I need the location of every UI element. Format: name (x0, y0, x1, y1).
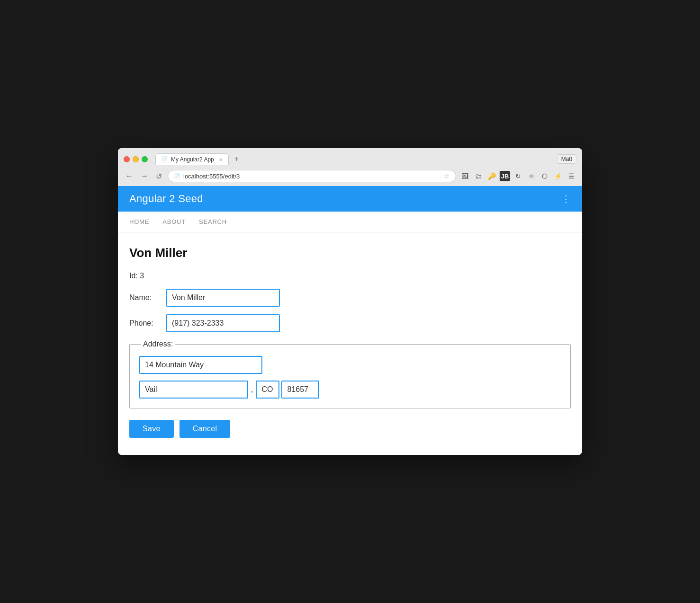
browser-tabs: 📄 My Angular2 App ✕ + (155, 153, 553, 165)
ext-icon-3[interactable]: 🔑 (486, 171, 497, 181)
tab-favicon-icon: 📄 (162, 156, 168, 163)
id-row: Id: 3 (129, 272, 571, 280)
address-bar[interactable]: 📄 localhost:5555/edit/3 ☆ (168, 170, 456, 182)
state-input[interactable] (256, 381, 279, 399)
forward-button[interactable]: → (139, 171, 150, 181)
browser-menu-icon[interactable]: ☰ (566, 171, 576, 181)
app-menu-button[interactable]: ⋮ (561, 193, 571, 204)
phone-input[interactable] (166, 314, 280, 332)
ext-icon-6[interactable]: ⚛ (526, 171, 537, 181)
refresh-button[interactable]: ↺ (154, 171, 164, 182)
browser-extension-icons: 🖼 🗂 🔑 JB ↻ ⚛ ⬡ ⚡ ☰ (460, 171, 576, 181)
name-label: Name: (129, 293, 162, 302)
ext-icon-4[interactable]: JB (500, 171, 510, 181)
address-fieldset: Address: , (129, 340, 571, 408)
browser-window: 📄 My Angular2 App ✕ + Matt ← → ↺ 📄 local… (118, 148, 582, 455)
city-state-zip-row: , (139, 381, 561, 399)
phone-field-row: Phone: (129, 314, 571, 332)
bookmark-icon[interactable]: ☆ (444, 172, 450, 180)
browser-toolbar: ← → ↺ 📄 localhost:5555/edit/3 ☆ 🖼 🗂 🔑 JB… (118, 168, 582, 186)
nav-search[interactable]: SEARCH (199, 218, 227, 225)
maximize-button[interactable] (142, 156, 148, 162)
save-button[interactable]: Save (129, 420, 174, 438)
name-field-row: Name: (129, 289, 571, 307)
app-nav: HOME ABOUT SEARCH (118, 212, 582, 232)
app-content: Von Miller Id: 3 Name: Phone: Address: ,… (118, 232, 582, 455)
url-text: localhost:5555/edit/3 (183, 173, 240, 180)
browser-user-button[interactable]: Matt (557, 154, 576, 164)
ext-icon-5[interactable]: ↻ (513, 171, 523, 181)
comma-separator: , (251, 385, 253, 394)
zip-input[interactable] (281, 381, 319, 399)
city-input[interactable] (139, 381, 248, 399)
close-button[interactable] (124, 156, 130, 162)
street-input[interactable] (139, 356, 262, 374)
traffic-lights (124, 156, 148, 162)
ext-icon-7[interactable]: ⬡ (539, 171, 550, 181)
person-title: Von Miller (129, 246, 571, 260)
nav-about[interactable]: ABOUT (162, 218, 186, 225)
phone-label: Phone: (129, 319, 162, 328)
browser-chrome: 📄 My Angular2 App ✕ + Matt ← → ↺ 📄 local… (118, 148, 582, 186)
page-icon: 📄 (174, 173, 180, 179)
new-tab-button[interactable]: + (231, 153, 242, 165)
minimize-button[interactable] (133, 156, 139, 162)
app-header: Angular 2 Seed ⋮ (118, 186, 582, 212)
ext-icon-1[interactable]: 🖼 (460, 171, 470, 181)
name-input[interactable] (166, 289, 280, 307)
app-title: Angular 2 Seed (129, 193, 203, 205)
ext-icon-8[interactable]: ⚡ (553, 171, 563, 181)
tab-label: My Angular2 App (171, 156, 214, 163)
street-field-row (139, 356, 561, 374)
action-buttons: Save Cancel (129, 420, 571, 438)
ext-icon-2[interactable]: 🗂 (473, 171, 484, 181)
browser-titlebar: 📄 My Angular2 App ✕ + Matt (118, 148, 582, 168)
address-legend: Address: (141, 340, 175, 348)
active-tab[interactable]: 📄 My Angular2 App ✕ (155, 153, 229, 165)
tab-close-icon[interactable]: ✕ (219, 157, 223, 162)
nav-home[interactable]: HOME (129, 218, 149, 225)
cancel-button[interactable]: Cancel (179, 420, 231, 438)
back-button[interactable]: ← (124, 171, 135, 181)
id-label: Id: 3 (129, 272, 144, 280)
